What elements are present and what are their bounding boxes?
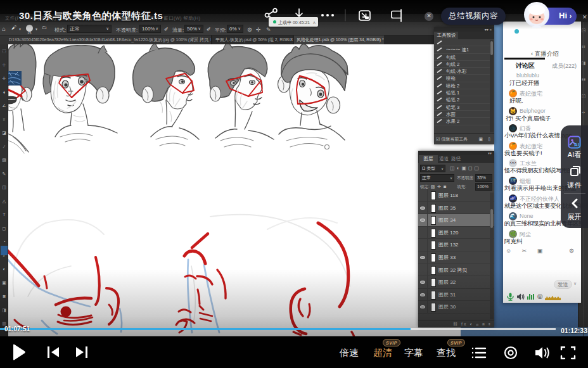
svg-text:AI: AI — [574, 142, 579, 148]
